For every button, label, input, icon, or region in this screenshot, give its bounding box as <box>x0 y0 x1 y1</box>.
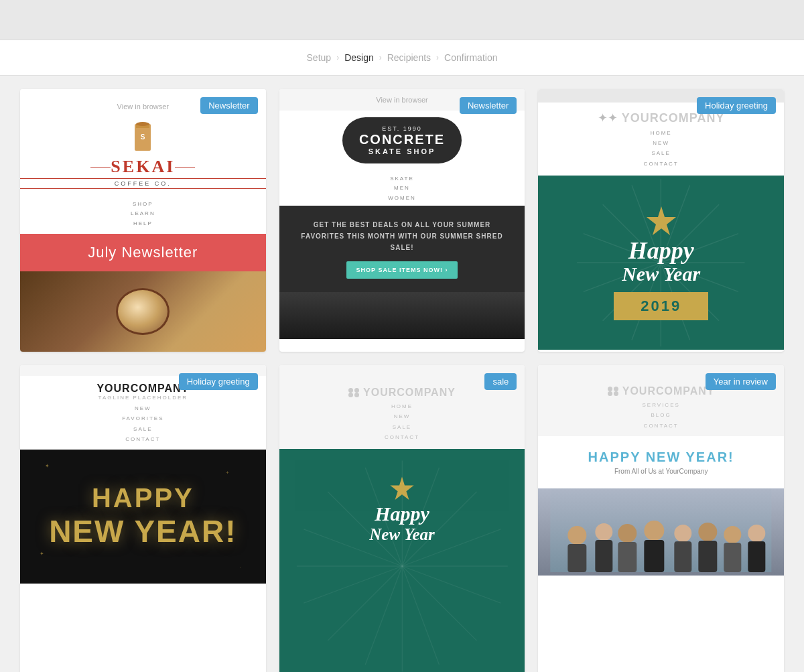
hg1-logo-icon: ✦✦ <box>598 111 618 125</box>
breadcrumb-confirmation[interactable]: Confirmation <box>444 52 497 63</box>
hg2-nav-new[interactable]: NEW <box>20 403 266 413</box>
view-in-browser-2[interactable]: View in browser <box>376 96 427 104</box>
svg-point-55 <box>675 525 692 542</box>
hg2-nav: NEW FAVORITES SALE CONTACT <box>20 401 266 447</box>
concrete-logo: EST. 1990 CONCRETE SKATE SHOP <box>279 111 525 170</box>
sekai-brand-sub: COFFEE CO. <box>20 178 266 189</box>
svg-line-30 <box>328 566 402 641</box>
s2-hero-image: Happy New Year <box>279 449 525 672</box>
svg-line-38 <box>304 566 402 603</box>
s2-logo-icon <box>348 388 359 397</box>
yr-nav-services[interactable]: SERVICES <box>538 400 784 410</box>
svg-rect-50 <box>596 540 613 572</box>
badge-holiday-1: Holiday greeting <box>697 97 776 114</box>
concrete-nav-skate[interactable]: SKATE <box>279 174 525 184</box>
sekai-nav-learn[interactable]: LEARN <box>20 209 266 218</box>
yr-logo-icon <box>608 387 618 396</box>
svg-point-53 <box>645 521 665 541</box>
hg1-nav-contact[interactable]: CONTACT <box>538 159 784 169</box>
svg-rect-45 <box>614 391 618 396</box>
hg2-nav-fav[interactable]: FAVORITES <box>20 413 266 423</box>
svg-marker-20 <box>647 206 676 235</box>
concrete-badge: EST. 1990 CONCRETE SKATE SHOP <box>342 117 462 163</box>
yr-nav-contact[interactable]: CONTACT <box>538 421 784 431</box>
sekai-logo: S SEKAI COFFEE CO. <box>20 117 266 194</box>
concrete-est: EST. 1990 <box>359 125 445 132</box>
s2-nav-contact[interactable]: CONTACT <box>279 432 525 442</box>
hg2-nav-contact[interactable]: CONTACT <box>20 434 266 444</box>
concrete-cta-button[interactable]: SHOP SALE ITEMS NOW! › <box>346 261 458 279</box>
breadcrumb-design[interactable]: Design <box>344 52 374 63</box>
svg-rect-22 <box>354 388 359 393</box>
concrete-nav-men[interactable]: MEN <box>279 184 525 193</box>
people-silhouette-svg <box>538 488 784 572</box>
svg-point-2 <box>136 122 149 126</box>
concrete-nav-women[interactable]: WOMEN <box>279 194 525 203</box>
star-icon <box>645 205 678 239</box>
card1-inner: Newsletter View in browser S SEKAI <box>20 89 266 352</box>
sekai-nav-shop[interactable]: SHOP <box>20 200 266 209</box>
sekai-cup-icon: S <box>129 121 156 154</box>
breadcrumb-recipients[interactable]: Recipients <box>387 52 431 63</box>
svg-point-51 <box>618 524 637 543</box>
yr-nav-blog[interactable]: BLOG <box>538 410 784 420</box>
template-card-3[interactable]: Holiday greeting ✦✦ YOURCOMPANY HOME NEW… <box>538 89 784 352</box>
yr-photo <box>538 488 784 576</box>
card2-inner: Newsletter View in browser EST. 1990 CON… <box>279 89 525 339</box>
hg1-year-banner: 2019 <box>614 292 708 320</box>
template-grid: Newsletter View in browser S SEKAI <box>20 89 784 672</box>
svg-rect-42 <box>608 387 612 391</box>
hg2-happy: HAPPY <box>92 483 194 513</box>
hg1-hero-image: Happy New Year 2019 <box>538 176 784 350</box>
svg-rect-21 <box>348 388 353 393</box>
svg-line-37 <box>365 566 402 665</box>
card5-inner: sale YOURCOMPANY HOME NEW <box>279 365 525 672</box>
badge-newsletter-1: Newsletter <box>200 97 257 114</box>
hg2-nav-sale[interactable]: SALE <box>20 424 266 434</box>
yr-nav: SERVICES BLOG CONTACT <box>538 397 784 433</box>
svg-marker-41 <box>390 477 413 500</box>
svg-rect-60 <box>724 543 742 572</box>
concrete-hero-image <box>279 292 525 339</box>
hg1-nav-new[interactable]: NEW <box>538 138 784 148</box>
sekai-nav-help[interactable]: HELP <box>20 219 266 228</box>
svg-rect-23 <box>348 393 353 397</box>
sparkle-3: ✦ <box>40 551 44 557</box>
badge-holiday-2: Holiday greeting <box>179 373 258 390</box>
top-bar <box>0 0 804 40</box>
svg-line-35 <box>402 566 500 603</box>
hg2-new-year: NEW YEAR! <box>49 513 237 549</box>
view-in-browser-1[interactable]: View in browser <box>117 103 169 111</box>
svg-rect-62 <box>748 541 766 572</box>
card3-inner: Holiday greeting ✦✦ YOURCOMPANY HOME NEW… <box>538 89 784 350</box>
svg-line-36 <box>402 566 439 665</box>
hg1-nav-home[interactable]: HOME <box>538 128 784 138</box>
breadcrumb: Setup › Design › Recipients › Confirmati… <box>0 40 804 76</box>
breadcrumb-sep-1: › <box>336 53 339 62</box>
card6-inner: Year in review YOURCOMPANY SERVICES <box>538 365 784 576</box>
concrete-promo: GET THE BEST DEALS ON ALL YOUR SUMMER FA… <box>279 206 525 292</box>
badge-newsletter-2: Newsletter <box>460 97 517 114</box>
hg1-nav-sale[interactable]: SALE <box>538 148 784 158</box>
s2-nav-sale[interactable]: SALE <box>279 422 525 432</box>
coffee-latte-art <box>116 288 170 335</box>
s2-nav-home[interactable]: HOME <box>279 401 525 411</box>
svg-rect-43 <box>614 387 618 391</box>
template-card-1[interactable]: Newsletter View in browser S SEKAI <box>20 89 266 352</box>
svg-point-49 <box>596 523 613 541</box>
template-card-4[interactable]: Holiday greeting YOURCOMPANY TAGLINE PLA… <box>20 365 266 672</box>
sparkle-1: ✦ <box>45 463 50 469</box>
breadcrumb-setup[interactable]: Setup <box>307 52 332 63</box>
template-card-6[interactable]: Year in review YOURCOMPANY SERVICES <box>538 365 784 672</box>
template-card-2[interactable]: Newsletter View in browser EST. 1990 CON… <box>279 89 525 352</box>
s2-nav-new[interactable]: NEW <box>279 411 525 421</box>
yr-headline: HAPPY NEW YEAR! <box>551 450 770 465</box>
hg2-hero-image: ✦ + ✦ · HAPPY NEW YEAR! <box>20 450 266 584</box>
s2-nav: HOME NEW SALE CONTACT <box>279 399 525 445</box>
yr-subline: From All of Us at YourCompany <box>551 468 770 475</box>
sparkle-2: + <box>226 470 229 476</box>
sekai-headline: July Newsletter <box>30 244 256 261</box>
template-card-5[interactable]: sale YOURCOMPANY HOME NEW <box>279 365 525 672</box>
badge-year-1: Year in review <box>706 373 776 390</box>
sekai-banner: July Newsletter <box>20 234 266 271</box>
